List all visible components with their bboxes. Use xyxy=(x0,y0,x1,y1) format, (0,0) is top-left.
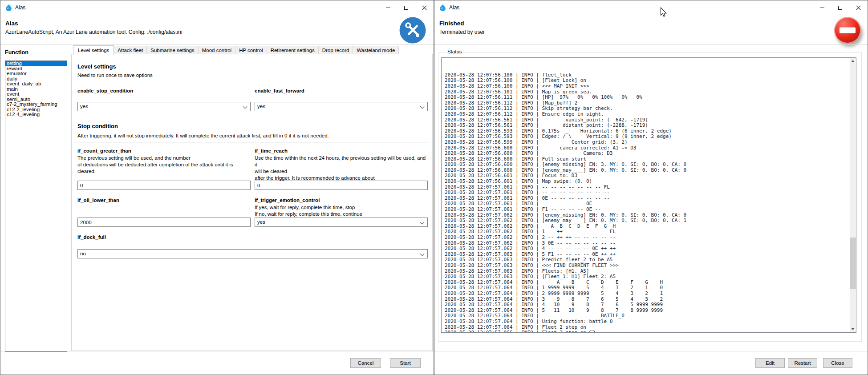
window-title: Alas xyxy=(449,4,459,11)
header-divider xyxy=(434,44,868,45)
select-value: yes xyxy=(257,104,265,109)
if-oil-lower-than-input[interactable] xyxy=(77,218,251,227)
if-time-reach-input[interactable] xyxy=(255,181,428,190)
scroll-up-icon xyxy=(851,60,855,62)
function-list[interactable]: settingrewardemulatordailyevent_daily_ab… xyxy=(5,60,67,352)
if-trigger-emotion-control-desc: If yes, wait for reply, complete this ti… xyxy=(255,204,429,218)
log-line: 2020-05-28 12:07:57.063 | INFO | <<< FIN… xyxy=(445,263,849,269)
log-line: 2020-05-28 12:07:56.599 | INFO | Center … xyxy=(445,140,849,145)
field-label-if-time-reach: if_time_reach xyxy=(255,148,288,153)
if-count-greater-than-input[interactable] xyxy=(77,181,251,190)
function-list-item[interactable]: event_daily_ab xyxy=(5,81,67,87)
select-value: no xyxy=(80,251,86,256)
function-list-item[interactable]: semi_auto xyxy=(5,97,67,102)
log-text: 2020-05-28 12:07:56.100 | INFO | fleet_l… xyxy=(445,57,849,333)
titlebar[interactable]: Alas xyxy=(434,0,868,15)
settings-tab[interactable]: Wasteland mode xyxy=(353,46,399,54)
edit-button[interactable]: Edit xyxy=(755,358,785,368)
function-list-item[interactable]: daily xyxy=(5,77,67,82)
function-list-item[interactable]: emulator xyxy=(5,71,67,77)
enable-stop-condition-select[interactable]: yes xyxy=(77,102,251,111)
chevron-down-icon xyxy=(420,252,425,256)
close-log-button[interactable]: Close xyxy=(823,358,852,368)
footer-divider xyxy=(0,351,434,351)
window-title: Alas xyxy=(15,4,25,11)
divider xyxy=(77,142,427,142)
settings-tabstrip: Level settingsAttack fleetSubmarine sett… xyxy=(73,44,399,54)
footer-divider xyxy=(434,351,868,351)
log-line: 2020-05-28 12:07:56.561 | INFO | distant… xyxy=(445,123,849,129)
select-value: yes xyxy=(80,104,88,109)
field-label-if-oil-lower-than: if_oil_lower_than xyxy=(77,198,119,203)
log-line: 2020-05-28 12:07:57.064 | INFO | Using f… xyxy=(445,319,849,325)
close-button[interactable] xyxy=(415,0,434,15)
log-line: 2020-05-28 12:07:56.601 | INFO | Map swi… xyxy=(445,179,849,185)
maximize-button[interactable] xyxy=(397,0,415,15)
field-label-enable-stop-condition: enable_stop_condition xyxy=(77,88,133,93)
log-line: 2020-05-28 12:07:57.066 | INFO | Fleet_2… xyxy=(445,330,849,333)
titlebar[interactable]: Alas xyxy=(0,0,434,15)
alas-settings-window: Alas Alas AzurLaneAutoScript, An Azur La… xyxy=(0,0,434,375)
select-value: yes xyxy=(257,219,265,225)
settings-tab[interactable]: Attack fleet xyxy=(114,46,147,54)
chevron-down-icon xyxy=(243,105,247,109)
log-line: 2020-05-28 12:07:57.062 | INFO | 2 -- ++… xyxy=(445,235,849,241)
log-line: 2020-05-28 12:07:56.600 | INFO | Camera:… xyxy=(445,151,849,157)
cursor-icon xyxy=(660,7,667,19)
scroll-up-button[interactable] xyxy=(850,58,856,65)
function-list-item[interactable]: main xyxy=(5,87,67,92)
close-icon xyxy=(422,5,427,10)
log-line: 2020-05-28 12:07:56.600 | INFO | [enemy_… xyxy=(445,162,849,168)
log-line: 2020-05-28 12:07:57.062 | INFO | 4 -- --… xyxy=(445,246,849,252)
settings-tab[interactable]: Retirement settings xyxy=(267,46,319,54)
function-label: Function xyxy=(5,49,28,56)
divider xyxy=(77,83,427,83)
minimize-button[interactable] xyxy=(379,0,397,15)
stop-condition-note: After triggering, it will not stop immed… xyxy=(77,133,329,138)
log-line: 2020-05-28 12:07:57.061 | INFO | -- -- -… xyxy=(445,190,849,196)
enable-fast-forward-select[interactable]: yes xyxy=(255,102,428,111)
field-label-if-dock-full: if_dock_full xyxy=(77,234,106,240)
settings-tab[interactable]: HP control xyxy=(235,46,267,54)
field-label-enable-fast-forward: enable_fast_forward xyxy=(255,88,304,93)
minimize-button[interactable] xyxy=(813,0,831,15)
settings-tab[interactable]: Drop record xyxy=(319,46,353,54)
log-line: 2020-05-28 12:07:57.064 | INFO | 2 9999 … xyxy=(445,291,849,297)
function-list-item[interactable]: event xyxy=(5,92,67,97)
alas-log-window: Alas Finished Terminated by user Status … xyxy=(434,0,868,375)
start-button[interactable]: Start xyxy=(390,358,421,368)
settings-tab[interactable]: Submarine settings xyxy=(147,46,198,54)
stop-icon xyxy=(834,17,861,44)
status-title: Finished xyxy=(439,20,464,27)
if-dock-full-select[interactable]: no xyxy=(77,249,428,258)
no-entry-bar xyxy=(840,28,856,33)
function-list-item[interactable]: c12-2_leveling xyxy=(5,107,67,113)
maximize-button[interactable] xyxy=(831,0,849,15)
field-label-if-count-greater-than: if_count_greater_than xyxy=(77,148,131,153)
log-line: 2020-05-28 12:07:56.100 | INFO | <<< MAP… xyxy=(445,84,849,89)
settings-tab[interactable]: Mood control xyxy=(199,46,235,54)
level-settings-panel: Level settings Need to run once to save … xyxy=(71,54,433,351)
close-button[interactable] xyxy=(849,0,868,15)
log-scrollbar[interactable] xyxy=(850,58,856,332)
page-title: Alas xyxy=(5,20,18,27)
cancel-button[interactable]: Cancel xyxy=(350,358,381,368)
function-list-item[interactable]: c12-4_leveling xyxy=(5,112,67,117)
function-list-item[interactable]: setting xyxy=(5,61,67,66)
tools-icon xyxy=(399,17,426,44)
chevron-down-icon xyxy=(420,220,425,225)
scroll-down-button[interactable] xyxy=(850,326,856,332)
function-list-item[interactable]: reward xyxy=(5,66,67,72)
restart-button[interactable]: Restart xyxy=(788,358,817,368)
if-trigger-emotion-control-select[interactable]: yes xyxy=(255,218,428,227)
status-log[interactable]: 2020-05-28 12:07:56.100 | INFO | fleet_l… xyxy=(441,57,856,333)
function-list-item[interactable]: c7-2_mystery_farming xyxy=(5,102,67,107)
page-subtitle: AzurLaneAutoScript, An Azur Lane automat… xyxy=(5,29,183,35)
section-note: Need to run once to save options xyxy=(77,73,153,78)
settings-tab[interactable]: Level settings xyxy=(73,45,114,55)
log-line: 2020-05-28 12:07:57.061 | INFO | F1 -- -… xyxy=(445,207,849,213)
log-line: 2020-05-28 12:07:57.062 | INFO | [enemy_… xyxy=(445,218,849,224)
chevron-down-icon xyxy=(420,105,425,109)
scrollbar-thumb[interactable] xyxy=(850,238,856,289)
close-icon xyxy=(856,5,861,10)
